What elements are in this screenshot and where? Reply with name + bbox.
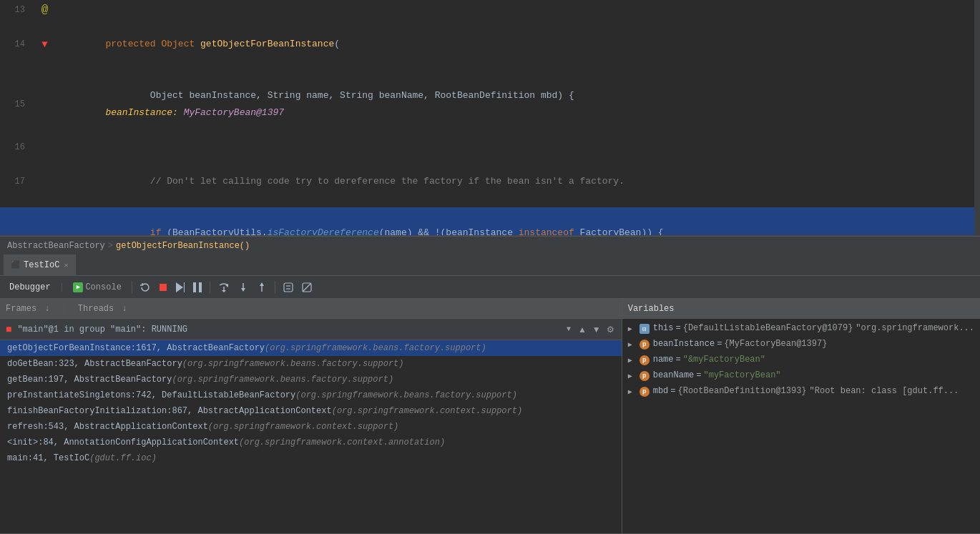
tab-testioc[interactable]: ⬛ TestIoC ✕ xyxy=(4,254,76,276)
stack-frames-list[interactable]: getObjectForBeanInstance:1617, AbstractB… xyxy=(0,340,622,533)
code-line-15: 15 Object beanInstance, String name, Str… xyxy=(0,70,980,139)
stack-method-2: getBean:197, AbstractBeanFactory xyxy=(7,375,172,385)
stack-frame-0[interactable]: getObjectForBeanInstance:1617, AbstractB… xyxy=(0,340,622,356)
tab-close-icon[interactable]: ✕ xyxy=(64,261,68,270)
svg-marker-1 xyxy=(176,282,183,292)
arrow-down-icon: ▼ xyxy=(41,39,47,50)
console-tab[interactable]: ▶ Console xyxy=(67,282,127,292)
stack-method-1: doGetBean:323, AbstractBeanFactory xyxy=(7,359,182,369)
line-number-14: 14 xyxy=(0,39,32,49)
thread-status-icon: ■ xyxy=(6,324,11,335)
stack-method-0: getObjectForBeanInstance:1617, AbstractB… xyxy=(7,343,265,353)
code-line-18: 18 🐞 if (BeanFactoryUtils.isFactoryDeref… xyxy=(0,207,980,236)
var-eq-this: = xyxy=(676,323,681,333)
stack-package-6: (org.springframework.context.annotation) xyxy=(239,437,445,448)
var-eq-beanname: = xyxy=(696,370,701,380)
breadcrumb-class: AbstractBeanFactory xyxy=(7,241,105,251)
console-icon: ▶ xyxy=(73,282,83,292)
stack-frame-4[interactable]: finishBeanFactoryInitialization:867, Abs… xyxy=(0,403,622,419)
var-expand-mbd[interactable]: ▶ xyxy=(628,387,637,396)
thread-up-btn[interactable]: ▲ xyxy=(577,323,588,336)
var-name-beanname: beanName xyxy=(653,370,695,380)
var-name-item[interactable]: ▶ p name = "&myFactoryBean" xyxy=(622,353,980,369)
step-out-button[interactable] xyxy=(253,280,270,295)
editor-scrollbar[interactable] xyxy=(974,0,980,235)
tab-bar: ⬛ TestIoC ✕ xyxy=(0,254,980,276)
step-into-button[interactable] xyxy=(235,280,252,295)
code-line-16: 16 xyxy=(0,139,980,156)
debug-toolbar: Debugger | ▶ Console xyxy=(0,276,980,299)
stack-frame-1[interactable]: doGetBean:323, AbstractBeanFactory (org.… xyxy=(0,356,622,372)
pause-button[interactable] xyxy=(190,280,205,295)
svg-rect-3 xyxy=(193,282,196,292)
thread-navigation: ▲ ▼ ⚙ xyxy=(577,323,616,336)
resume-button[interactable] xyxy=(172,280,188,295)
var-beanname[interactable]: ▶ p beanName = "myFactoryBean" xyxy=(622,369,980,385)
thread-filter-btn[interactable]: ⚙ xyxy=(605,323,616,336)
stack-frame-5[interactable]: refresh:543, AbstractApplicationContext … xyxy=(0,419,622,435)
breadcrumb-method: getObjectForBeanInstance() xyxy=(116,241,250,251)
stack-package-0: (org.springframework.beans.factory.suppo… xyxy=(265,343,486,353)
var-this[interactable]: ▶ ⊟ this = {DefaultListableBeanFactory@1… xyxy=(622,322,980,337)
debug-panel: ⬛ TestIoC ✕ Debugger | ▶ Console xyxy=(0,254,980,533)
var-expand-beanname[interactable]: ▶ xyxy=(628,372,637,380)
var-name-name: name xyxy=(653,355,674,365)
var-name-beaninstance: beanInstance xyxy=(653,339,715,349)
stack-frame-3[interactable]: preInstantiateSingletons:742, DefaultLis… xyxy=(0,387,622,403)
thread-selector[interactable]: ■ "main"@1 in group "main": RUNNING ▼ ▲ … xyxy=(0,319,622,340)
view-breakpoints-button[interactable] xyxy=(280,280,297,295)
mute-breakpoints-button[interactable] xyxy=(298,280,315,295)
breadcrumb: AbstractBeanFactory > getObjectForBeanIn… xyxy=(0,236,980,254)
thread-down-btn[interactable]: ▼ xyxy=(591,323,602,336)
variables-label: Variables xyxy=(628,304,675,314)
stack-package-5: (org.springframework.context.support) xyxy=(208,422,398,432)
var-value-mbd: {RootBeanDefinition@1393} xyxy=(678,386,807,396)
stack-method-3: preInstantiateSingletons:742, DefaultLis… xyxy=(7,390,295,400)
var-expand-beaninstance[interactable]: ▶ xyxy=(628,340,637,349)
step-over-button[interactable] xyxy=(215,280,233,295)
var-icon-name: p xyxy=(640,355,650,365)
var-icon-mbd: p xyxy=(640,387,650,397)
debug-panel-tabs: Debugger | ▶ Console xyxy=(4,276,127,298)
code-line-14: 14 ▼ protected Object getObjectForBeanIn… xyxy=(0,19,980,70)
rerun-button[interactable] xyxy=(137,280,154,295)
var-value-beanname: "myFactoryBean" xyxy=(704,370,781,380)
var-icon-beaninstance: p xyxy=(640,340,650,350)
line-content-15: Object beanInstance, String name, String… xyxy=(57,70,980,139)
thread-dropdown-icon[interactable]: ▼ xyxy=(567,325,571,333)
line-number-13: 13 xyxy=(0,5,32,15)
debugger-tab[interactable]: Debugger xyxy=(4,282,57,292)
variables-header: Variables xyxy=(622,299,980,319)
stack-package-2: (org.springframework.beans.factory.suppo… xyxy=(172,375,393,385)
variables-panel: Variables ▶ ⊟ this = {DefaultListableBea… xyxy=(622,299,980,533)
svg-rect-12 xyxy=(284,283,293,292)
frames-threads-header: Frames ↓ | Threads ↓ xyxy=(0,299,622,319)
code-line-13: 13 @ xyxy=(0,1,980,19)
var-icon-beanname: p xyxy=(640,371,650,381)
stack-frame-6[interactable]: <init>:84, AnnotationConfigApplicationCo… xyxy=(0,435,622,450)
toolbar-divider-2 xyxy=(210,281,210,294)
line-content-18: if (BeanFactoryUtils.isFactoryDereferenc… xyxy=(57,207,980,236)
var-beaninstance[interactable]: ▶ p beanInstance = {MyFactoryBean@1397} xyxy=(622,337,980,353)
stack-package-1: (org.springframework.beans.factory.suppo… xyxy=(182,359,404,369)
line-gutter-14: ▼ xyxy=(32,39,57,50)
stack-frame-2[interactable]: getBean:197, AbstractBeanFactory (org.sp… xyxy=(0,372,622,387)
stack-frame-7[interactable]: main:41, TestIoC (gdut.ff.ioc) xyxy=(0,450,622,466)
var-eq-mbd: = xyxy=(670,386,675,396)
var-expand-name[interactable]: ▶ xyxy=(628,356,637,365)
var-name-this: this xyxy=(653,323,674,333)
var-desc-this: "org.springframework... xyxy=(856,323,974,333)
svg-rect-0 xyxy=(160,284,167,291)
var-icon-this: ⊟ xyxy=(640,324,650,334)
stop-button[interactable] xyxy=(155,281,171,294)
toolbar-divider-1 xyxy=(132,281,132,294)
stack-package-4: (org.springframework.context.support) xyxy=(332,406,522,416)
thread-label: "main"@1 in group "main": RUNNING xyxy=(17,325,561,335)
line-number-15: 15 xyxy=(0,99,32,109)
frames-label: Frames ↓ xyxy=(6,304,50,314)
var-expand-this[interactable]: ▶ xyxy=(628,325,637,333)
line-number-17: 17 xyxy=(0,177,32,187)
var-value-beaninstance: {MyFactoryBean@1397} xyxy=(724,339,827,349)
var-mbd[interactable]: ▶ p mbd = {RootBeanDefinition@1393} "Roo… xyxy=(622,385,980,400)
breadcrumb-sep: > xyxy=(108,241,113,251)
